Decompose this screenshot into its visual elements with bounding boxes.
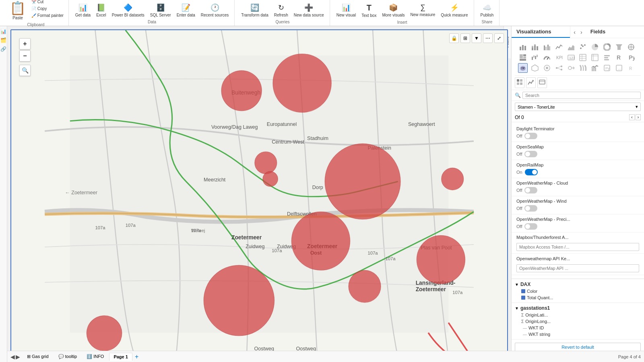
viz-azure-map[interactable] xyxy=(542,63,552,73)
map-more-button[interactable]: ⋯ xyxy=(483,33,493,43)
map-filter-button[interactable]: ▼ xyxy=(472,33,481,43)
get-data-button[interactable]: 📊 Get data xyxy=(73,2,93,19)
viz-shape-map[interactable] xyxy=(530,63,540,73)
layer-next[interactable]: › xyxy=(636,114,641,120)
viz-decomp-tree[interactable] xyxy=(554,63,564,73)
field-originlongi[interactable]: Σ OriginLong... xyxy=(515,318,641,325)
weather-preci-toggle[interactable] xyxy=(524,223,537,230)
viz-map[interactable] xyxy=(626,42,636,52)
field-total-quant[interactable]: Total Quant... xyxy=(515,294,641,301)
tab-gas-grid[interactable]: ⊞ Gas grid xyxy=(23,352,53,361)
viz-table[interactable] xyxy=(578,53,588,62)
data-button[interactable] xyxy=(537,77,547,88)
viz-icon-section: KPI 123 R Py xyxy=(512,38,644,76)
openrail-toggle[interactable] xyxy=(525,169,538,175)
model-view-icon[interactable]: 🔗 xyxy=(0,45,7,53)
viz-treemap[interactable] xyxy=(518,53,528,62)
sql-server-button[interactable]: 🗄️ SQL Server xyxy=(148,2,173,19)
viz-clustered-bar[interactable] xyxy=(542,42,552,52)
viz-scatter[interactable] xyxy=(578,42,588,52)
viz-pie[interactable] xyxy=(590,42,600,52)
quick-measure-button[interactable]: ⚡ Quick measure xyxy=(438,2,470,19)
tab-tooltip[interactable]: 💬 tooltip xyxy=(54,352,81,361)
origin-longi-icon: Σ xyxy=(521,319,524,324)
field-color[interactable]: Color xyxy=(515,288,641,294)
field-originlati[interactable]: Σ OriginLati... xyxy=(515,312,641,318)
visualizations-tab[interactable]: Visualizations xyxy=(512,26,570,38)
viz-combo[interactable] xyxy=(590,63,600,73)
map-expand-button[interactable]: ⤢ xyxy=(494,33,504,43)
viz-card[interactable]: 123 xyxy=(566,53,576,62)
viz-funnel[interactable] xyxy=(614,42,624,52)
nav-next-button[interactable]: ▶ xyxy=(16,354,20,360)
viz-slicer[interactable] xyxy=(602,53,612,62)
report-view-icon[interactable]: 📊 xyxy=(0,28,7,35)
fields-tab[interactable]: Fields xyxy=(586,26,644,38)
viz-gauge[interactable] xyxy=(542,53,552,62)
mapbox-token-input[interactable] xyxy=(516,243,639,251)
powerbi-datasets-button[interactable]: 🔷 Power BI datasets xyxy=(109,2,147,19)
daylight-toggle[interactable] xyxy=(524,133,537,139)
viz-kpi[interactable]: KPI xyxy=(554,53,564,62)
viz-stacked-bar[interactable] xyxy=(530,42,540,52)
gas-collapse-icon[interactable]: ▼ xyxy=(515,306,519,311)
revert-button[interactable]: Revert to default xyxy=(515,343,641,352)
cut-button[interactable]: ✂️ Cut xyxy=(30,0,65,5)
nav-back-button[interactable]: ‹ xyxy=(572,28,577,36)
viz-filled-map[interactable]: 🗺 xyxy=(518,63,528,73)
map-focus-button[interactable]: ⊞ xyxy=(460,33,470,43)
format-painter-button[interactable]: 🖌️ Format painter xyxy=(30,12,65,19)
new-visual-button[interactable]: 📊 New visual xyxy=(334,2,358,19)
tab-info[interactable]: ℹ️ INFO xyxy=(82,352,108,361)
map-lock-button[interactable]: 🔒 xyxy=(449,33,459,43)
copy-button[interactable]: 📄 Copy xyxy=(30,6,65,12)
viz-ribbon-chart[interactable] xyxy=(578,63,588,73)
enter-data-button[interactable]: 📝 Enter data xyxy=(174,2,198,19)
stamen-dropdown[interactable]: Stamen - TonerLite ▾ xyxy=(515,103,641,111)
publish-button[interactable]: ☁️ Publish xyxy=(478,2,496,19)
viz-custom1[interactable]: Py xyxy=(602,63,612,73)
svg-rect-48 xyxy=(534,44,536,45)
weather-cloud-toggle[interactable] xyxy=(524,187,537,193)
nav-prev-button[interactable]: ◀ xyxy=(10,354,15,360)
viz-line-chart[interactable] xyxy=(554,42,564,52)
more-visuals-button[interactable]: 📦 More visuals xyxy=(380,2,407,19)
viz-key-influencers[interactable] xyxy=(566,63,576,73)
viz-waterfall[interactable] xyxy=(530,53,540,62)
data-view-icon[interactable]: 🗂️ xyxy=(0,37,7,44)
zoom-out-button[interactable]: − xyxy=(19,50,31,62)
viz-donut[interactable] xyxy=(602,42,612,52)
viz-search-input[interactable] xyxy=(522,92,641,99)
viz-r-visual[interactable]: R xyxy=(614,53,624,62)
svg-rect-43 xyxy=(522,45,524,50)
analytics-button[interactable] xyxy=(526,77,536,88)
layer-prev[interactable]: ‹ xyxy=(629,114,634,120)
format-button[interactable] xyxy=(515,77,524,88)
viz-custom2[interactable]: ... xyxy=(614,63,624,73)
map-search-button[interactable]: 🔍 xyxy=(19,65,31,76)
zoom-in-button[interactable]: + xyxy=(19,38,31,49)
new-datasource-button[interactable]: ➕ New data source xyxy=(291,2,326,19)
excel-button[interactable]: 📗 Excel xyxy=(94,2,108,19)
tab-page1[interactable]: Page 1 xyxy=(109,353,132,361)
weather-wind-toggle[interactable] xyxy=(524,205,537,212)
text-box-button[interactable]: T Text box xyxy=(359,2,379,19)
viz-area-chart[interactable] xyxy=(566,42,576,52)
nav-forward-button[interactable]: › xyxy=(579,28,584,36)
new-measure-button[interactable]: ∑ New measure xyxy=(408,2,438,19)
viz-custom3[interactable]: R xyxy=(626,63,636,73)
transform-button[interactable]: 🔄 Transform data xyxy=(239,2,270,19)
paste-button[interactable]: 📋 Paste xyxy=(6,0,29,22)
panel-header: Visualizations ‹ › Fields xyxy=(512,26,644,38)
svg-text:← Zoetermeer: ← Zoetermeer xyxy=(65,190,97,195)
viz-matrix[interactable] xyxy=(590,53,600,62)
owm-api-input[interactable] xyxy=(516,264,639,272)
add-page-button[interactable]: + xyxy=(133,353,140,360)
viz-bar-chart[interactable] xyxy=(518,42,528,52)
map-container[interactable]: Buitenwegh Europatunnel Voorweg/Dag Lawe… xyxy=(10,29,508,359)
opensea-toggle[interactable] xyxy=(524,151,537,157)
refresh-button[interactable]: ↻ Refresh xyxy=(272,2,291,19)
viz-python-visual[interactable]: Py xyxy=(626,53,636,62)
dax-collapse-icon[interactable]: ▼ xyxy=(515,282,519,287)
recent-sources-button[interactable]: 🕐 Recent sources xyxy=(198,2,231,19)
